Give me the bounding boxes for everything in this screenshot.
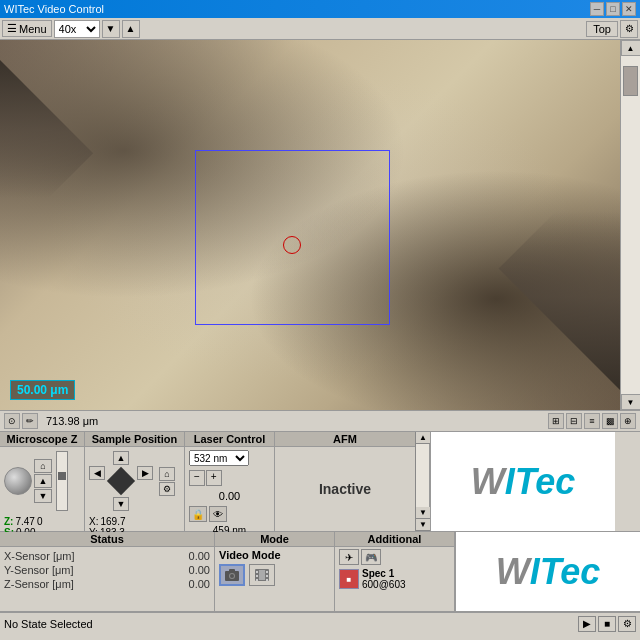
sample-right-btn[interactable]: ▶ (137, 466, 153, 480)
laser-control-content: 532 nm 405 nm 633 nm − + 0.00 🔒 👁 459 nm (185, 447, 274, 538)
status-bar: No State Selected ▶ ■ ⚙ (0, 612, 640, 634)
laser-btns-row: − + (187, 469, 272, 487)
play-button[interactable]: ▶ (578, 616, 596, 632)
laser-minus-btn[interactable]: − (189, 470, 205, 486)
pencil-icon[interactable]: ✏ (22, 413, 38, 429)
z-label: Z: (4, 516, 13, 527)
toolbar-triangle[interactable]: ▲ (122, 20, 140, 38)
sample-up-btn[interactable]: ▲ (113, 451, 129, 465)
toolbar-arrow-down[interactable]: ▼ (102, 20, 120, 38)
afm-header: AFM (275, 432, 415, 447)
sensor-table: X-Sensor [μm] 0.00 Y-Sensor [μm] 0.00 Z-… (0, 547, 214, 593)
svg-rect-8 (266, 571, 268, 573)
zoom-select[interactable]: 40x 10x 20x 100x (54, 20, 100, 38)
mode-icons-row (219, 564, 330, 586)
afm-scroll-track (416, 444, 429, 507)
hamburger-icon: ☰ (7, 22, 17, 35)
diamond-shape (107, 467, 135, 495)
close-button[interactable]: ✕ (622, 2, 636, 16)
sample-position-content: ▲ ◀ ▶ ▼ ⌂ ⚙ (85, 447, 184, 541)
status-panel: Status X-Sensor [μm] 0.00 Y-Sensor [μm] … (0, 532, 215, 611)
laser-control-panel: Laser Control 532 nm 405 nm 633 nm − + 0… (185, 432, 275, 531)
matrix-icon[interactable]: ▩ (602, 413, 618, 429)
afm-scroll-mid[interactable]: ▼ (416, 507, 430, 519)
laser-plus-btn[interactable]: + (206, 470, 222, 486)
sample-left-btn[interactable]: ◀ (89, 466, 105, 480)
x-sensor-row: X-Sensor [μm] 0.00 (4, 549, 210, 563)
grid-icon[interactable]: ⊞ (548, 413, 564, 429)
scroll-track[interactable] (621, 56, 640, 394)
toolbar-settings-icon[interactable]: ⚙ (620, 20, 638, 38)
minimize-button[interactable]: ─ (590, 2, 604, 16)
afm-status: Inactive (319, 481, 371, 497)
gamepad-icon[interactable]: 🎮 (361, 549, 381, 565)
scroll-up-arrow[interactable]: ▲ (621, 40, 641, 56)
svg-rect-11 (259, 570, 265, 580)
video-container: 50.00 μm (0, 40, 620, 410)
video-scrollbar[interactable]: ▲ ▼ (620, 40, 640, 410)
coord-bar: ⊙ ✏ 713.98 μm ⊞ ⊟ ≡ ▩ ⊕ (0, 410, 640, 432)
target-circle[interactable] (283, 236, 301, 254)
menu-label: Menu (19, 23, 47, 35)
sample-settings-btn[interactable]: ⚙ (159, 482, 175, 496)
z-home-icon[interactable]: ⌂ (34, 459, 52, 473)
afm-scrollbar[interactable]: ▲ ▼ ▼ (415, 432, 429, 531)
mode-panel: Mode Video Mode (215, 532, 335, 611)
y-sensor-label: Y-Sensor [μm] (4, 564, 74, 576)
crosshair-icon[interactable]: ⊙ (4, 413, 20, 429)
toolbar: ☰ Menu 40x 10x 20x 100x ▼ ▲ Top ⚙ (0, 18, 640, 40)
scale-bar: 50.00 μm (10, 380, 75, 400)
laser-control-header: Laser Control (185, 432, 274, 447)
sample-display: ▲ ◀ ▶ ▼ ⌂ ⚙ (87, 449, 182, 513)
aux-icon[interactable]: ✈ (339, 549, 359, 565)
svg-rect-3 (229, 569, 235, 572)
sample-home-btn[interactable]: ⌂ (159, 467, 175, 481)
afm-scroll-down[interactable]: ▼ (416, 519, 430, 531)
laser-value: 0.00 (187, 489, 272, 503)
laser-eye-icon[interactable]: 👁 (209, 506, 227, 522)
scroll-down-arrow[interactable]: ▼ (621, 394, 641, 410)
afm-scroll-up[interactable]: ▲ (416, 432, 430, 444)
status-right: ▶ ■ ⚙ (578, 616, 636, 632)
witec-itec: ITec (505, 461, 576, 502)
spec-info: Spec 1 600@603 (362, 568, 406, 590)
split-icon[interactable]: ⊟ (566, 413, 582, 429)
z-down-btn[interactable]: ▼ (34, 489, 52, 503)
menu-button[interactable]: ☰ Menu (2, 20, 52, 37)
z-up-btn[interactable]: ▲ (34, 474, 52, 488)
z-slider-track[interactable] (56, 451, 68, 511)
laser-lock-icon[interactable]: 🔒 (189, 506, 207, 522)
status-settings-btn[interactable]: ⚙ (618, 616, 636, 632)
z-unit: 0 (37, 516, 43, 527)
svg-rect-9 (266, 575, 268, 577)
witec-bottom-itec: ITec (530, 551, 601, 592)
z-sensor-value: 0.00 (189, 578, 210, 590)
afm-content: Inactive (275, 447, 415, 531)
z-sphere (4, 467, 32, 495)
stop-button[interactable]: ■ (598, 616, 616, 632)
spec-row: ■ Spec 1 600@603 (339, 568, 450, 590)
microscope-z-content: ⌂ ▲ ▼ Z: 7.47 0 S: (0, 447, 84, 541)
top-button[interactable]: Top (586, 21, 618, 37)
wavelength-select[interactable]: 532 nm 405 nm 633 nm (189, 450, 249, 466)
spec-value: 600@603 (362, 579, 406, 590)
sample-down-btn[interactable]: ▼ (113, 497, 129, 511)
x-sensor-label: X-Sensor [μm] (4, 550, 75, 562)
scroll-thumb[interactable] (623, 66, 638, 96)
additional-panel: Additional ✈ 🎮 ■ Spec 1 600@603 (335, 532, 455, 611)
title-bar: WITec Video Control ─ □ ✕ (0, 0, 640, 18)
maximize-button[interactable]: □ (606, 2, 620, 16)
camera-btn[interactable] (219, 564, 245, 586)
x-pos-row: X: 169.7 (89, 516, 180, 527)
probe-left (0, 40, 93, 266)
bottom-panels-row: Status X-Sensor [μm] 0.00 Y-Sensor [μm] … (0, 532, 640, 612)
y-sensor-value: 0.00 (189, 564, 210, 576)
plus-circle-icon[interactable]: ⊕ (620, 413, 636, 429)
film-btn[interactable] (249, 564, 275, 586)
z-display: ⌂ ▲ ▼ (2, 449, 82, 513)
list-icon[interactable]: ≡ (584, 413, 600, 429)
witec-logo: WITec (430, 432, 615, 531)
video-area[interactable]: 50.00 μm (0, 40, 620, 410)
additional-header: Additional (335, 532, 454, 547)
film-icon (254, 568, 270, 582)
